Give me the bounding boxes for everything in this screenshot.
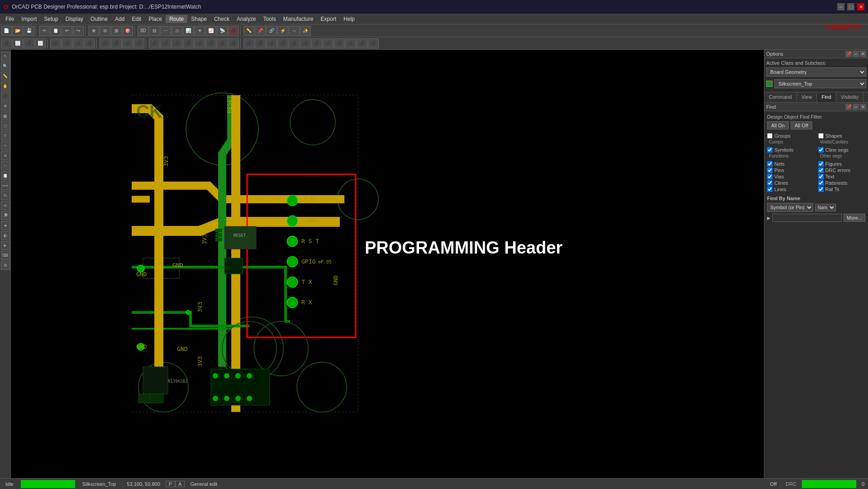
menu-analyze[interactable]: Analyze [233,15,260,23]
tb-grid[interactable]: ⊟ [149,26,160,36]
tb-undo[interactable]: ↩ [62,26,72,36]
tb2-15[interactable]: ⬛ [172,38,182,48]
tb-spread[interactable]: ↔ [289,26,300,36]
lt-route[interactable]: ⬛ [1,91,10,101]
tb2-24[interactable]: ⬛ [277,38,288,48]
menu-outline[interactable]: Outline [87,15,111,23]
class-dropdown[interactable]: Board Geometry Etch Package Geometry [766,67,866,77]
tb-drc[interactable]: ⚠ [172,26,182,36]
pins-checkbox[interactable] [767,168,773,173]
tb2-5[interactable]: ⬛ [50,38,61,48]
tb-zoom-fit[interactable]: ⊞ [111,26,122,36]
tb-ratsnest[interactable]: ⋯ [160,26,171,36]
tb2-12[interactable]: ⬛ [134,38,144,48]
options-min-button[interactable]: ─ [853,51,859,57]
tb-cut[interactable]: ✂ [39,26,50,36]
lt-select[interactable]: ↖ [1,52,10,61]
menu-export[interactable]: Export [317,15,340,23]
tb2-6[interactable]: ⬛ [62,38,72,48]
tb2-25[interactable]: ⬛ [289,38,300,48]
symbols-checkbox[interactable] [767,147,773,153]
tb2-7[interactable]: ⬛ [73,38,84,48]
lt-highlight[interactable]: ★ [1,221,10,230]
expand-arrow[interactable]: ▶ [767,216,771,221]
tb-measure[interactable]: 📏 [243,26,254,36]
tb-reports[interactable]: 📊 [183,26,194,36]
lt-pan[interactable]: ✋ [1,82,10,91]
lt-custom[interactable]: ⚙ [1,261,10,270]
menu-display[interactable]: Display [62,15,87,23]
drcerrors-checkbox[interactable] [818,168,824,173]
tb-zoom-sel[interactable]: 🎯 [122,26,133,36]
all-on-button[interactable]: All On [767,121,789,129]
lt-move[interactable]: ↔ [1,161,10,170]
find-close-button[interactable]: ✕ [860,104,866,110]
tb-open[interactable]: 📂 [12,26,23,36]
all-off-button[interactable]: All Off [791,121,812,129]
tb-redo[interactable]: ↪ [73,26,84,36]
tb2-29[interactable]: ⬛ [334,38,345,48]
menu-help[interactable]: Help [340,15,358,23]
lt-add-comp[interactable]: + [1,141,10,150]
menu-manufacture[interactable]: Manufacture [280,15,317,23]
ratts-checkbox[interactable] [818,187,824,192]
options-pin-button[interactable]: 📌 [845,51,852,57]
tb2-8[interactable]: ⬛ [84,38,95,48]
lt-delete[interactable]: ✕ [1,151,10,160]
tb-zoom-out[interactable]: ⊖ [100,26,110,36]
menu-file[interactable]: File [2,15,18,23]
vias-checkbox[interactable] [767,174,773,179]
tb-pin[interactable]: 📌 [255,26,266,36]
tb2-13[interactable]: ⬛ [149,38,160,48]
nets-checkbox[interactable] [767,161,773,167]
lt-prop[interactable]: ≡ [1,201,10,210]
tb-glossover[interactable]: ✨ [300,26,311,36]
lt-copy[interactable]: 📋 [1,171,10,180]
tb2-11[interactable]: ⬛ [122,38,133,48]
lt-mirror[interactable]: ⟺ [1,181,10,190]
options-close-button[interactable]: ✕ [860,51,866,57]
menu-import[interactable]: Import [18,15,40,23]
menu-add[interactable]: Add [111,15,128,23]
tb-autoroute[interactable]: ⚡ [277,26,288,36]
lt-zoom[interactable]: 🔍 [1,62,10,71]
pcb-canvas-area[interactable]: 3V3 RESET 3V3 GND GND GND GND 3V3 3V3 3 … [11,50,764,478]
menu-shape[interactable]: Shape [187,15,210,23]
find-window-buttons[interactable]: 📌 ─ ✕ [845,104,866,110]
tb2-1[interactable]: ⬛ [1,38,12,48]
tb2-19[interactable]: ⬛ [217,38,228,48]
tb-light[interactable]: ☀ [194,26,205,36]
menu-setup[interactable]: Setup [40,15,62,23]
tb-new[interactable]: 📄 [1,26,12,36]
tb-shape[interactable]: ⬛ [228,26,239,36]
lt-via[interactable]: ⊕ [1,101,10,110]
name-dropdown[interactable]: Nam [815,204,836,211]
options-window-buttons[interactable]: 📌 ─ ✕ [845,51,866,57]
tb-3d[interactable]: 3D [138,26,148,36]
figures-checkbox[interactable] [818,161,824,167]
lt-text[interactable]: T [1,131,10,140]
tab-find[interactable]: Find [817,92,836,102]
text-checkbox[interactable] [818,174,824,179]
menu-check[interactable]: Check [210,15,233,23]
tb2-22[interactable]: ⬛ [255,38,266,48]
menu-edit[interactable]: Edit [128,15,145,23]
minimize-button[interactable]: ─ [837,3,844,10]
tb2-3[interactable]: ⬛ [24,38,34,48]
tab-visibility[interactable]: Visibility [836,92,864,102]
tb2-23[interactable]: ⬛ [266,38,277,48]
tb2-28[interactable]: ⬛ [323,38,334,48]
tab-command[interactable]: Command [764,92,797,102]
tb2-27[interactable]: ⬛ [311,38,322,48]
tb2-18[interactable]: ⬛ [205,38,216,48]
clines-checkbox[interactable] [767,180,773,186]
groups-checkbox[interactable] [767,133,773,139]
tb2-4[interactable]: ⬜ [35,38,46,48]
clinesegs-checkbox[interactable] [818,147,824,153]
lt-shape[interactable]: ⬡ [1,121,10,130]
lt-scripting[interactable]: ⌨ [1,251,10,260]
tb2-10[interactable]: ⬛ [111,38,122,48]
tb2-30[interactable]: ⬛ [345,38,356,48]
lt-plane[interactable]: ▦ [1,111,10,120]
tb-net[interactable]: 🔗 [266,26,277,36]
